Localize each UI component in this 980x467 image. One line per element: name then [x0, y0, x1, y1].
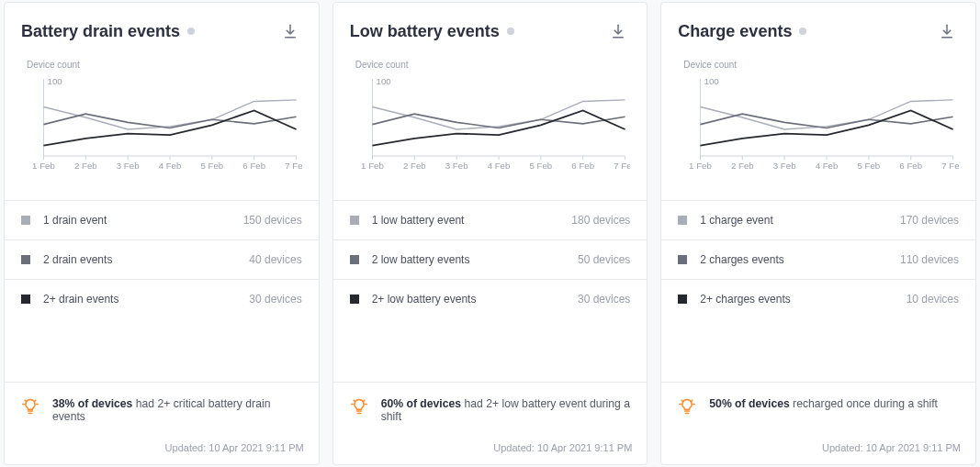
insight-text: 38% of devices had 2+ critical battery d…	[52, 397, 302, 423]
card-title: Charge events	[678, 22, 792, 41]
svg-text:3 Feb: 3 Feb	[445, 161, 467, 171]
legend-row: 2+ charges events 10 devices	[661, 280, 975, 318]
line-chart: 1001 Feb2 Feb3 Feb4 Feb5 Feb6 Feb7 Feb	[21, 73, 302, 174]
legend-row: 2 drain events 40 devices	[5, 240, 319, 280]
chart-ylabel: Device count	[350, 60, 631, 70]
svg-text:4 Feb: 4 Feb	[159, 161, 182, 171]
legend-label: 2 low battery events	[372, 253, 470, 266]
swatch-icon	[21, 295, 30, 304]
card-battery-drain: Battery drain events Device count 1001 F…	[4, 2, 320, 465]
download-button[interactable]	[935, 19, 959, 43]
legend-row: 1 charge event 170 devices	[661, 201, 975, 240]
chart-area: Device count 1001 Feb2 Feb3 Feb4 Feb5 Fe…	[333, 52, 648, 174]
chart-area: Device count 1001 Feb2 Feb3 Feb4 Feb5 Fe…	[661, 52, 975, 174]
card-title: Low battery events	[350, 22, 500, 41]
download-icon	[610, 23, 626, 39]
svg-text:5 Feb: 5 Feb	[200, 161, 223, 171]
svg-text:2 Feb: 2 Feb	[403, 161, 426, 171]
updated-timestamp: Updated: 10 Apr 2021 9:11 PM	[661, 437, 975, 464]
legend-row: 2 charges events 110 devices	[661, 240, 975, 280]
card-low-battery: Low battery events Device count 1001 Feb…	[332, 2, 648, 465]
download-button[interactable]	[606, 19, 630, 43]
chart-area: Device count 1001 Feb2 Feb3 Feb4 Feb5 Fe…	[5, 52, 319, 174]
svg-text:4 Feb: 4 Feb	[487, 161, 510, 171]
legend-label: 2 charges events	[700, 253, 783, 266]
legend-value: 10 devices	[907, 293, 959, 306]
svg-text:100: 100	[48, 76, 62, 86]
info-icon[interactable]	[187, 28, 195, 35]
line-chart: 1001 Feb2 Feb3 Feb4 Feb5 Feb6 Feb7 Feb	[350, 73, 631, 174]
card-charge-events: Charge events Device count 1001 Feb2 Feb…	[660, 2, 976, 465]
swatch-icon	[350, 255, 359, 264]
legend-label: 2+ charges events	[700, 293, 790, 306]
legend-value: 180 devices	[571, 214, 630, 227]
card-title: Battery drain events	[21, 22, 180, 41]
info-icon[interactable]	[507, 28, 514, 35]
card-header: Battery drain events	[5, 3, 319, 52]
swatch-icon	[678, 255, 687, 264]
legend-row: 1 drain event 150 devices	[5, 201, 319, 240]
cards-row: Battery drain events Device count 1001 F…	[0, 0, 980, 467]
insight-row: 50% of devices recharged once during a s…	[661, 382, 975, 437]
info-icon[interactable]	[799, 28, 806, 35]
svg-text:1 Feb: 1 Feb	[32, 161, 55, 171]
legend-row: 2 low battery events 50 devices	[333, 240, 648, 280]
legend-row: 2+ drain events 30 devices	[5, 280, 319, 318]
legend-label: 2+ low battery events	[372, 293, 477, 306]
chart-ylabel: Device count	[678, 60, 959, 70]
insight-bold: 50% of devices	[709, 397, 789, 410]
swatch-icon	[350, 295, 359, 304]
legend-label: 1 low battery event	[372, 214, 465, 227]
insight-row: 38% of devices had 2+ critical battery d…	[5, 382, 319, 437]
svg-text:6 Feb: 6 Feb	[242, 161, 265, 171]
legend-label: 2 drain events	[43, 253, 112, 266]
legend-value: 40 devices	[249, 253, 301, 266]
swatch-icon	[21, 255, 30, 264]
download-icon	[282, 23, 299, 39]
svg-text:3 Feb: 3 Feb	[117, 161, 140, 171]
svg-text:7 Feb: 7 Feb	[942, 161, 959, 171]
legend-value: 110 devices	[900, 253, 959, 266]
swatch-icon	[678, 216, 687, 225]
svg-text:1 Feb: 1 Feb	[361, 161, 384, 171]
legend-label: 1 charge event	[700, 214, 772, 227]
insight-rest: recharged once during a shift	[790, 397, 938, 410]
svg-text:100: 100	[704, 76, 719, 86]
svg-text:2 Feb: 2 Feb	[731, 161, 754, 171]
swatch-icon	[21, 216, 30, 225]
insight-row: 60% of devices had 2+ low battery event …	[333, 382, 648, 437]
svg-text:3 Feb: 3 Feb	[773, 161, 796, 171]
lightbulb-icon	[350, 397, 368, 416]
svg-text:1 Feb: 1 Feb	[689, 161, 712, 171]
legend-value: 50 devices	[578, 253, 630, 266]
download-icon	[939, 23, 955, 39]
insight-text: 50% of devices recharged once during a s…	[709, 397, 938, 410]
legend-row: 2+ low battery events 30 devices	[333, 280, 648, 318]
swatch-icon	[350, 216, 359, 225]
legend-list: 1 charge event 170 devices 2 charges eve…	[661, 200, 975, 318]
legend-row: 1 low battery event 180 devices	[333, 201, 648, 240]
updated-timestamp: Updated: 10 Apr 2021 9:11 PM	[5, 437, 319, 464]
svg-text:7 Feb: 7 Feb	[285, 161, 301, 171]
svg-text:5 Feb: 5 Feb	[529, 161, 552, 171]
legend-list: 1 drain event 150 devices 2 drain events…	[5, 200, 319, 318]
svg-text:5 Feb: 5 Feb	[858, 161, 881, 171]
legend-label: 1 drain event	[43, 214, 107, 227]
insight-bold: 38% of devices	[52, 397, 132, 410]
chart-ylabel: Device count	[21, 60, 302, 70]
svg-text:100: 100	[376, 76, 390, 86]
legend-list: 1 low battery event 180 devices 2 low ba…	[333, 200, 648, 318]
lightbulb-icon	[21, 397, 39, 416]
lightbulb-icon	[678, 397, 696, 416]
card-header: Low battery events	[333, 3, 648, 52]
svg-text:2 Feb: 2 Feb	[74, 161, 97, 171]
download-button[interactable]	[278, 19, 302, 43]
svg-text:4 Feb: 4 Feb	[816, 161, 839, 171]
legend-value: 170 devices	[900, 214, 959, 227]
svg-text:7 Feb: 7 Feb	[614, 161, 630, 171]
insight-text: 60% of devices had 2+ low battery event …	[381, 397, 631, 423]
insight-bold: 60% of devices	[381, 397, 461, 410]
legend-value: 30 devices	[249, 293, 301, 306]
legend-label: 2+ drain events	[43, 293, 118, 306]
swatch-icon	[678, 295, 687, 304]
